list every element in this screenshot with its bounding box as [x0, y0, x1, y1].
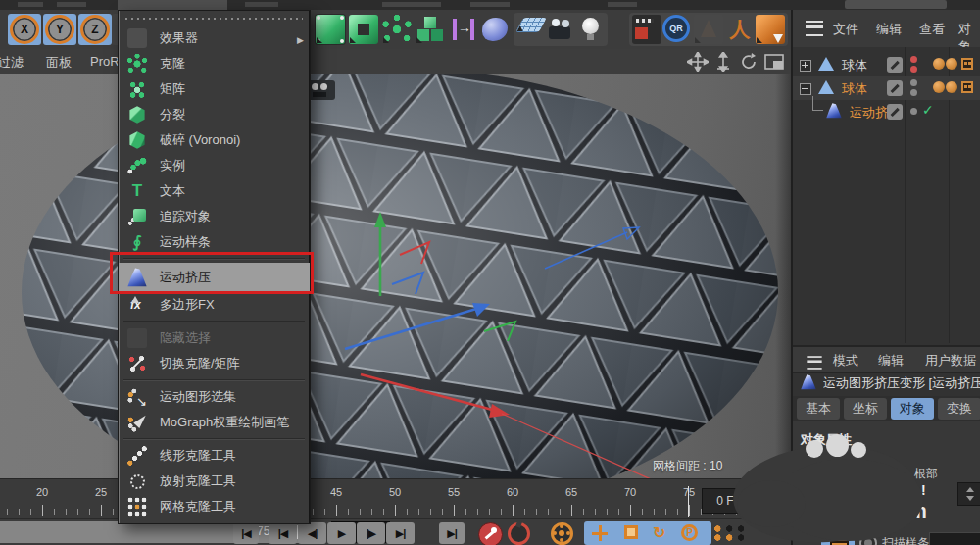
- cloner-tool-icon[interactable]: [382, 15, 412, 44]
- hamburger-icon[interactable]: [806, 21, 823, 36]
- keying-settings-gear-icon[interactable]: [551, 522, 573, 545]
- menu-item-tracer[interactable]: 追踪对象: [119, 204, 310, 229]
- menu-item-polyfx[interactable]: 多边形FX: [119, 292, 310, 318]
- menu-item-swap-cloner-matrix[interactable]: 切换克隆/矩阵: [119, 351, 310, 376]
- am-menu-userdata[interactable]: 用户数据: [925, 352, 976, 370]
- character-joint-icon[interactable]: 人: [725, 15, 755, 44]
- root-value-label[interactable]: 根部: [914, 466, 938, 482]
- pan-icon[interactable]: [687, 52, 709, 72]
- object-name[interactable]: 球体: [842, 80, 867, 98]
- tab-coord[interactable]: 坐标: [844, 398, 887, 420]
- viewport-menu-panel[interactable]: 面板: [46, 54, 72, 72]
- scan-spline-input[interactable]: [929, 532, 980, 545]
- render-dim-icon[interactable]: [694, 15, 723, 44]
- record-scale-icon[interactable]: [624, 525, 638, 539]
- menu-item-grid-clone[interactable]: 网格克隆工具: [119, 494, 310, 520]
- prev-frame-button[interactable]: ◀|: [298, 522, 326, 544]
- visibility-dot-bottom[interactable]: [910, 66, 917, 73]
- record-point-level-icon[interactable]: [713, 524, 749, 542]
- material-tag-icon[interactable]: [946, 58, 957, 70]
- rotate-icon[interactable]: [738, 52, 760, 72]
- collapse-icon[interactable]: [800, 83, 811, 95]
- scan-spline-label[interactable]: 扫描样条: [882, 535, 929, 545]
- viewport-edge-shadow: [775, 74, 791, 478]
- ruler-mark: 20: [30, 486, 54, 498]
- selectable-cube-icon[interactable]: [316, 15, 345, 44]
- value-spinner[interactable]: [957, 482, 980, 506]
- material-tag-icon[interactable]: [933, 58, 945, 70]
- light-icon[interactable]: [576, 15, 606, 44]
- menu-item-matrix[interactable]: 矩阵: [119, 76, 310, 102]
- edit-toggle-icon[interactable]: [887, 80, 903, 96]
- object-name[interactable]: 球体: [842, 57, 867, 74]
- hamburger-icon[interactable]: [807, 356, 821, 370]
- mograph-menu-open-highlight[interactable]: [118, 0, 227, 10]
- material-tag-icon[interactable]: [933, 81, 945, 93]
- tab-transform[interactable]: 变换: [938, 398, 980, 420]
- expand-icon[interactable]: [800, 60, 811, 72]
- menu-item-voronoi[interactable]: 破碎 (Voronoi): [119, 127, 310, 153]
- record-position-icon[interactable]: [592, 525, 608, 541]
- spline-arrow-icon[interactable]: [449, 15, 478, 44]
- menu-item-linear-clone[interactable]: 线形克隆工具: [119, 443, 310, 469]
- om-menu-edit[interactable]: 编辑: [876, 21, 902, 38]
- phong-tag-icon[interactable]: [961, 81, 973, 93]
- next-frame-button[interactable]: |▶: [357, 522, 385, 544]
- record-rotation-icon[interactable]: ↻: [653, 523, 665, 542]
- stacked-cubes-icon[interactable]: [416, 15, 445, 44]
- object-row-moextrude[interactable]: 运动挤压 ✓: [793, 100, 980, 124]
- play-button[interactable]: ▶: [327, 522, 356, 544]
- visibility-dot-bottom[interactable]: [910, 89, 917, 96]
- next-key-button[interactable]: ▶|: [386, 522, 415, 544]
- record-keyframe-icon[interactable]: [478, 522, 503, 545]
- visibility-dot-top[interactable]: [910, 79, 917, 86]
- tab-object[interactable]: 对象: [891, 398, 934, 420]
- menu-item-label: MoGraph权重绘制画笔: [160, 414, 289, 431]
- menu-tearoff-strip[interactable]: [125, 16, 303, 22]
- goto-start-button[interactable]: |◀: [233, 522, 259, 544]
- prev-key-button[interactable]: |◀: [269, 522, 297, 544]
- camera-tool-icon[interactable]: [546, 15, 575, 44]
- material-tag-icon[interactable]: [946, 81, 957, 93]
- qr-render-icon[interactable]: QR: [662, 15, 690, 42]
- menu-item-fracture[interactable]: 分裂: [119, 102, 310, 127]
- axis-lock-y-button[interactable]: Y: [43, 14, 76, 45]
- floor-icon[interactable]: [515, 18, 547, 32]
- z-axis-icon: Z: [80, 15, 110, 44]
- goto-end-button[interactable]: ▶|: [439, 522, 465, 544]
- om-menu-view[interactable]: 查看: [919, 21, 945, 38]
- om-menu-file[interactable]: 文件: [833, 21, 858, 38]
- menu-item-instance[interactable]: 实例: [119, 153, 310, 178]
- axis-lock-x-button[interactable]: X: [8, 14, 41, 45]
- menu-item-weight-paint[interactable]: MoGraph权重绘制画笔: [119, 410, 310, 435]
- menu-item-label: 网格克隆工具: [160, 498, 236, 516]
- viewport-menu-filter[interactable]: 过滤: [0, 54, 24, 72]
- dolly-icon[interactable]: [712, 52, 734, 72]
- autokey-icon[interactable]: [508, 522, 530, 545]
- tab-basic[interactable]: 基本: [797, 398, 840, 420]
- menu-item-effectors[interactable]: 效果器: [119, 25, 310, 51]
- range-slider[interactable]: 75 F: [0, 521, 306, 543]
- render-clapper-icon[interactable]: [632, 15, 662, 44]
- open-cube-icon[interactable]: [349, 15, 378, 44]
- visibility-dot-top[interactable]: [910, 56, 917, 63]
- edit-toggle-icon[interactable]: [887, 57, 903, 73]
- enabled-check-icon[interactable]: ✓: [922, 102, 934, 118]
- object-row-sphere1[interactable]: 球体: [793, 53, 980, 76]
- menu-item-radial-clone[interactable]: 放射克隆工具: [119, 469, 310, 494]
- viewport-camera-icon[interactable]: [308, 80, 335, 100]
- axis-lock-z-button[interactable]: Z: [78, 14, 112, 45]
- am-menu-mode[interactable]: 模式: [833, 352, 858, 370]
- menu-item-text[interactable]: 文本: [119, 178, 310, 204]
- am-menu-edit[interactable]: 编辑: [878, 352, 904, 370]
- timeline-playhead[interactable]: [688, 486, 689, 517]
- edit-toggle-icon[interactable]: [887, 104, 903, 120]
- record-parameter-icon[interactable]: P: [681, 524, 698, 541]
- menu-item-mograph-selection[interactable]: 运动图形选集: [119, 384, 310, 410]
- phong-tag-icon[interactable]: [961, 58, 973, 70]
- menu-item-cloner[interactable]: 克隆: [119, 51, 310, 76]
- visibility-dot[interactable]: [910, 108, 917, 115]
- maximize-view-icon[interactable]: [763, 52, 785, 72]
- metaball-icon[interactable]: [482, 18, 508, 41]
- export-cube-icon[interactable]: [756, 15, 785, 44]
